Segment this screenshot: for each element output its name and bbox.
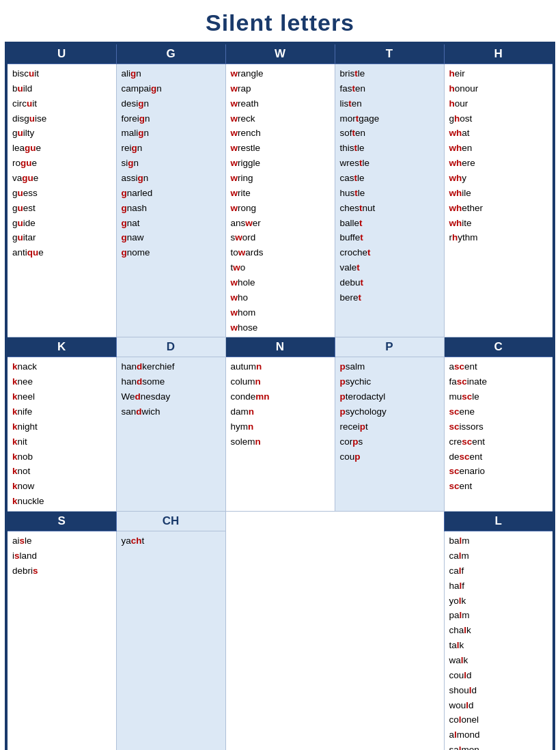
c-w: wranglewrapwreathwreckwrenchwrestlewrigg…	[225, 64, 335, 337]
h-ch: CH	[116, 512, 225, 531]
c-h: heirhonourhourghostwhatwhenwherewhywhile…	[444, 64, 553, 337]
c-u: biscuitbuildcircuitdisguiseguiltyleaguer…	[7, 64, 116, 337]
empty3	[225, 531, 335, 750]
h-n: N	[225, 337, 335, 357]
h-c: C	[444, 337, 553, 357]
h-u: U	[7, 44, 116, 64]
h-d: D	[116, 337, 225, 357]
main-table: U G W T H biscuitbuildcircuitdisguisegui…	[6, 43, 554, 750]
empty4	[335, 531, 444, 750]
c-n: autumncolumncondemndamnhymnsolemn	[225, 357, 335, 512]
c-k: knackkneekneelknifeknightknitknobknotkno…	[7, 357, 116, 512]
c-d: handkerchiefhandsomeWednesdaysandwich	[116, 357, 225, 512]
c-c: ascentfascinatemusclescenescissorscresce…	[444, 357, 553, 512]
h-t: T	[335, 44, 444, 64]
h-g: G	[116, 44, 225, 64]
c-g: aligncampaigndesignforeignmalignreignsig…	[116, 64, 225, 337]
h-k: K	[7, 337, 116, 357]
c-s: aisleislanddebris	[7, 531, 116, 750]
content-wrapper: U G W T H biscuitbuildcircuitdisguisegui…	[5, 42, 555, 750]
empty1	[225, 512, 335, 531]
h-l: L	[444, 512, 553, 531]
h-h: H	[444, 44, 553, 64]
page-title: Silent letters	[0, 0, 560, 42]
empty2	[335, 512, 444, 531]
c-p: psalmpsychicpterodactylpsychologyreceipt…	[335, 357, 444, 512]
h-s: S	[7, 512, 116, 531]
h-p: P	[335, 337, 444, 357]
c-ch: yacht	[116, 531, 225, 750]
c-l: balmcalmcalfhalfyolkpalmchalktalkwalkcou…	[444, 531, 553, 750]
h-w: W	[225, 44, 335, 64]
c-t: bristlefastenlistenmortgagesoftenthistle…	[335, 64, 444, 337]
